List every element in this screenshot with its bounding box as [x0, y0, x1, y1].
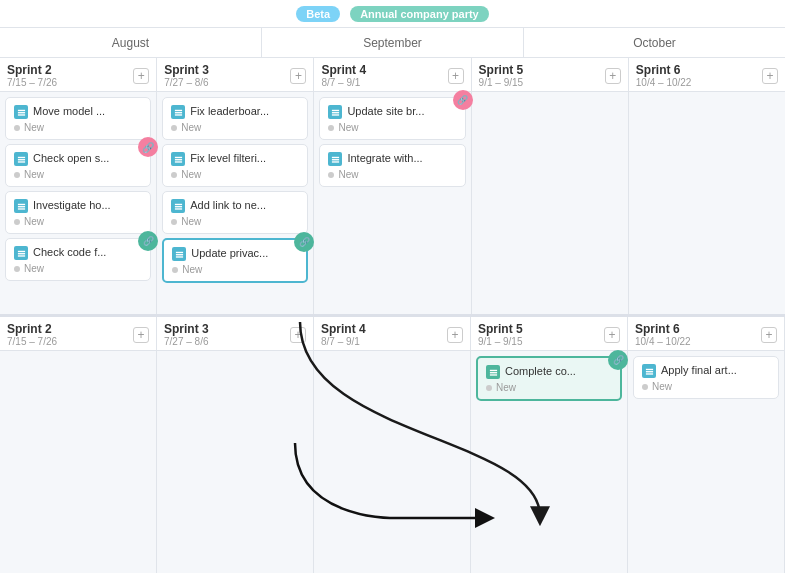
sprint-3b-dates: 7/27 – 8/6 — [164, 336, 209, 347]
sprint-6b-add[interactable]: + — [761, 327, 777, 343]
sprint-2-top: Sprint 2 7/15 – 7/26 + Move model .. — [0, 58, 157, 314]
card-apply-final[interactable]: Apply final art... New — [633, 356, 779, 399]
card-title: Investigate ho... — [33, 198, 111, 212]
status-dot — [642, 384, 648, 390]
sprint-4-add[interactable]: + — [448, 68, 464, 84]
card-icon — [171, 199, 185, 213]
svg-rect-24 — [332, 109, 339, 110]
svg-rect-35 — [645, 373, 652, 374]
link-badge-pink: 🔗 — [138, 137, 158, 157]
svg-rect-19 — [175, 206, 182, 207]
svg-rect-21 — [176, 251, 183, 252]
link-badge-pink2: 🔗 — [453, 90, 473, 110]
card-add-link[interactable]: Add link to ne... New — [162, 191, 308, 234]
svg-rect-11 — [17, 255, 24, 256]
sprint-5-dates: 9/1 – 9/15 — [479, 77, 524, 88]
sprint-5b-title: Sprint 5 — [478, 322, 523, 336]
svg-rect-16 — [175, 159, 182, 160]
card-integrate[interactable]: Integrate with... New — [319, 144, 465, 187]
svg-rect-31 — [489, 372, 496, 373]
card-update-privac[interactable]: 🔗 Update privac... New — [162, 238, 308, 283]
card-title: Fix leaderboar... — [190, 104, 269, 118]
card-update-site[interactable]: 🔗 Update site br... New — [319, 97, 465, 140]
sprint-4b-add[interactable]: + — [447, 327, 463, 343]
status-dot — [486, 385, 492, 391]
sprint-6-add[interactable]: + — [762, 68, 778, 84]
card-icon — [14, 152, 28, 166]
card-title: Check code f... — [33, 245, 106, 259]
sprint-4b-title: Sprint 4 — [321, 322, 366, 336]
svg-rect-18 — [175, 203, 182, 204]
svg-rect-10 — [17, 253, 24, 254]
card-fix-level[interactable]: Fix level filteri... New — [162, 144, 308, 187]
svg-rect-6 — [17, 203, 24, 204]
sprint-4-dates: 8/7 – 9/1 — [321, 77, 366, 88]
svg-rect-33 — [645, 368, 652, 369]
card-title: Apply final art... — [661, 363, 737, 377]
sprint-5-add[interactable]: + — [605, 68, 621, 84]
svg-rect-30 — [489, 369, 496, 370]
card-title: Fix level filteri... — [190, 151, 266, 165]
card-status-text: New — [181, 216, 201, 227]
svg-rect-25 — [332, 112, 339, 113]
svg-rect-26 — [332, 114, 339, 115]
card-check-open[interactable]: 🔗 Check open s... New — [5, 144, 151, 187]
sprint-3-top: Sprint 3 7/27 – 8/6 + Fix leaderboar — [157, 58, 314, 314]
sprint-2-add[interactable]: + — [133, 68, 149, 84]
card-status-text: New — [338, 169, 358, 180]
card-title: Complete co... — [505, 364, 576, 378]
card-status-text: New — [496, 382, 516, 393]
month-oct: October — [524, 28, 785, 57]
card-icon — [486, 365, 500, 379]
card-fix-leader[interactable]: Fix leaderboar... New — [162, 97, 308, 140]
card-status-text: New — [338, 122, 358, 133]
card-icon — [328, 105, 342, 119]
svg-rect-32 — [489, 374, 496, 375]
svg-rect-12 — [175, 109, 182, 110]
months-row: August September October — [0, 28, 785, 58]
card-title: Integrate with... — [347, 151, 422, 165]
link-badge-green2: 🔗 — [294, 232, 314, 252]
svg-rect-2 — [17, 114, 24, 115]
card-icon — [14, 105, 28, 119]
status-dot — [14, 219, 20, 225]
status-dot — [328, 125, 334, 131]
sprint-4b-dates: 8/7 – 9/1 — [321, 336, 366, 347]
svg-rect-34 — [645, 371, 652, 372]
svg-rect-17 — [175, 161, 182, 162]
sprint-6-title: Sprint 6 — [636, 63, 692, 77]
card-icon — [328, 152, 342, 166]
status-dot — [171, 172, 177, 178]
sprint-6-top: Sprint 6 10/4 – 10/22 + — [629, 58, 785, 314]
sprint-6-dates: 10/4 – 10/22 — [636, 77, 692, 88]
sprint-2b-title: Sprint 2 — [7, 322, 57, 336]
card-complete-co[interactable]: 🔗 Complete co... New — [476, 356, 622, 401]
sprint-3b-add[interactable]: + — [290, 327, 306, 343]
month-sep: September — [262, 28, 524, 57]
card-status-text: New — [181, 122, 201, 133]
sprint-5-bottom: Sprint 5 9/1 – 9/15 + 🔗 — [471, 317, 628, 573]
svg-rect-13 — [175, 112, 182, 113]
sprint-2-dates: 7/15 – 7/26 — [7, 77, 57, 88]
card-icon — [171, 105, 185, 119]
svg-rect-29 — [332, 161, 339, 162]
sprint-2b-add[interactable]: + — [133, 327, 149, 343]
sprint-5-title: Sprint 5 — [479, 63, 524, 77]
card-title: Check open s... — [33, 151, 109, 165]
sprint-3-add[interactable]: + — [290, 68, 306, 84]
card-title: Add link to ne... — [190, 198, 266, 212]
card-status-text: New — [24, 169, 44, 180]
sprint-5-top: Sprint 5 9/1 – 9/15 + — [472, 58, 629, 314]
svg-rect-14 — [175, 114, 182, 115]
card-investigate[interactable]: Investigate ho... New — [5, 191, 151, 234]
card-check-code[interactable]: 🔗 Check code f... New — [5, 238, 151, 281]
svg-rect-4 — [17, 159, 24, 160]
sprint-4-top: Sprint 4 8/7 – 9/1 + 🔗 — [314, 58, 471, 314]
sprint-4-bottom: Sprint 4 8/7 – 9/1 + — [314, 317, 471, 573]
sprint-5b-add[interactable]: + — [604, 327, 620, 343]
sprint-2-title: Sprint 2 — [7, 63, 57, 77]
svg-rect-1 — [17, 112, 24, 113]
card-move-model[interactable]: Move model ... New — [5, 97, 151, 140]
beta-badge: Beta — [296, 6, 340, 22]
sprint-2b-dates: 7/15 – 7/26 — [7, 336, 57, 347]
